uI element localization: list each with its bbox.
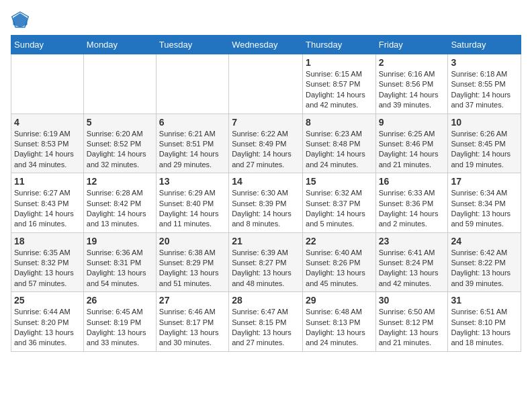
day-number: 5 — [87, 117, 153, 128]
calendar-cell: 15Sunrise: 6:32 AMSunset: 8:37 PMDayligh… — [303, 173, 376, 233]
calendar-cell: 29Sunrise: 6:48 AMSunset: 8:13 PMDayligh… — [303, 292, 376, 352]
header-cell-sunday: Sunday — [11, 36, 84, 54]
day-number: 13 — [159, 176, 226, 187]
day-number: 17 — [451, 176, 518, 187]
day-number: 21 — [232, 236, 300, 246]
day-info: Sunrise: 6:19 AMSunset: 8:53 PMDaylight:… — [14, 129, 81, 171]
day-info: Sunrise: 6:47 AMSunset: 8:15 PMDaylight:… — [232, 307, 300, 349]
day-number: 25 — [14, 295, 81, 306]
calendar-cell: 21Sunrise: 6:39 AMSunset: 8:27 PMDayligh… — [229, 232, 303, 292]
day-number: 19 — [87, 236, 153, 246]
day-number: 3 — [451, 57, 518, 68]
calendar-cell: 20Sunrise: 6:38 AMSunset: 8:29 PMDayligh… — [156, 232, 228, 292]
header-cell-friday: Friday — [375, 36, 448, 54]
calendar-cell: 24Sunrise: 6:42 AMSunset: 8:22 PMDayligh… — [448, 232, 521, 292]
calendar-cell: 27Sunrise: 6:46 AMSunset: 8:17 PMDayligh… — [156, 292, 228, 352]
day-number: 27 — [159, 295, 226, 306]
page-header — [11, 11, 521, 30]
calendar-week-1: 1Sunrise: 6:15 AMSunset: 8:57 PMDaylight… — [11, 54, 521, 114]
day-info: Sunrise: 6:26 AMSunset: 8:45 PMDaylight:… — [451, 129, 518, 171]
calendar-body: 1Sunrise: 6:15 AMSunset: 8:57 PMDaylight… — [11, 54, 521, 352]
day-info: Sunrise: 6:25 AMSunset: 8:46 PMDaylight:… — [379, 129, 445, 171]
header-row: SundayMondayTuesdayWednesdayThursdayFrid… — [11, 36, 521, 54]
calendar-cell — [229, 54, 303, 114]
logo-icon — [11, 11, 30, 30]
day-info: Sunrise: 6:28 AMSunset: 8:42 PMDaylight:… — [87, 188, 153, 230]
calendar-cell: 1Sunrise: 6:15 AMSunset: 8:57 PMDaylight… — [303, 54, 376, 114]
calendar-cell: 11Sunrise: 6:27 AMSunset: 8:43 PMDayligh… — [11, 173, 84, 233]
day-number: 4 — [14, 117, 81, 128]
calendar-cell: 5Sunrise: 6:20 AMSunset: 8:52 PMDaylight… — [83, 113, 156, 173]
day-number: 9 — [379, 117, 445, 128]
day-info: Sunrise: 6:36 AMSunset: 8:31 PMDaylight:… — [87, 248, 153, 289]
day-info: Sunrise: 6:46 AMSunset: 8:17 PMDaylight:… — [159, 307, 226, 349]
calendar-cell: 18Sunrise: 6:35 AMSunset: 8:32 PMDayligh… — [11, 232, 84, 292]
day-info: Sunrise: 6:22 AMSunset: 8:49 PMDaylight:… — [232, 129, 300, 171]
calendar-week-2: 4Sunrise: 6:19 AMSunset: 8:53 PMDaylight… — [11, 113, 521, 173]
calendar-cell: 31Sunrise: 6:51 AMSunset: 8:10 PMDayligh… — [448, 292, 521, 352]
day-number: 14 — [232, 176, 300, 187]
day-info: Sunrise: 6:27 AMSunset: 8:43 PMDaylight:… — [14, 188, 81, 230]
day-info: Sunrise: 6:41 AMSunset: 8:24 PMDaylight:… — [379, 248, 445, 289]
day-info: Sunrise: 6:50 AMSunset: 8:12 PMDaylight:… — [379, 307, 445, 349]
calendar-cell: 6Sunrise: 6:21 AMSunset: 8:51 PMDaylight… — [156, 113, 228, 173]
calendar-week-5: 25Sunrise: 6:44 AMSunset: 8:20 PMDayligh… — [11, 292, 521, 352]
day-info: Sunrise: 6:16 AMSunset: 8:56 PMDaylight:… — [379, 69, 445, 111]
day-info: Sunrise: 6:35 AMSunset: 8:32 PMDaylight:… — [14, 248, 81, 289]
day-info: Sunrise: 6:15 AMSunset: 8:57 PMDaylight:… — [306, 69, 373, 111]
header-cell-monday: Monday — [83, 36, 156, 54]
header-cell-wednesday: Wednesday — [229, 36, 303, 54]
calendar-cell: 25Sunrise: 6:44 AMSunset: 8:20 PMDayligh… — [11, 292, 84, 352]
day-info: Sunrise: 6:45 AMSunset: 8:19 PMDaylight:… — [87, 307, 153, 349]
calendar-cell: 4Sunrise: 6:19 AMSunset: 8:53 PMDaylight… — [11, 113, 84, 173]
calendar-cell: 19Sunrise: 6:36 AMSunset: 8:31 PMDayligh… — [83, 232, 156, 292]
calendar-cell: 13Sunrise: 6:29 AMSunset: 8:40 PMDayligh… — [156, 173, 228, 233]
calendar-cell: 26Sunrise: 6:45 AMSunset: 8:19 PMDayligh… — [83, 292, 156, 352]
day-info: Sunrise: 6:51 AMSunset: 8:10 PMDaylight:… — [451, 307, 518, 349]
day-info: Sunrise: 6:23 AMSunset: 8:48 PMDaylight:… — [306, 129, 373, 171]
day-info: Sunrise: 6:29 AMSunset: 8:40 PMDaylight:… — [159, 188, 226, 230]
calendar-week-4: 18Sunrise: 6:35 AMSunset: 8:32 PMDayligh… — [11, 232, 521, 292]
day-number: 18 — [14, 236, 81, 246]
day-number: 20 — [159, 236, 226, 246]
day-number: 8 — [306, 117, 373, 128]
day-info: Sunrise: 6:40 AMSunset: 8:26 PMDaylight:… — [306, 248, 373, 289]
day-info: Sunrise: 6:38 AMSunset: 8:29 PMDaylight:… — [159, 248, 226, 289]
day-number: 1 — [306, 57, 373, 68]
day-info: Sunrise: 6:21 AMSunset: 8:51 PMDaylight:… — [159, 129, 226, 171]
day-number: 26 — [87, 295, 153, 306]
calendar-cell: 9Sunrise: 6:25 AMSunset: 8:46 PMDaylight… — [375, 113, 448, 173]
calendar-cell: 12Sunrise: 6:28 AMSunset: 8:42 PMDayligh… — [83, 173, 156, 233]
day-info: Sunrise: 6:18 AMSunset: 8:55 PMDaylight:… — [451, 69, 518, 111]
calendar-cell — [11, 54, 84, 114]
day-number: 29 — [306, 295, 373, 306]
header-cell-saturday: Saturday — [448, 36, 521, 54]
day-number: 6 — [159, 117, 226, 128]
calendar-cell: 10Sunrise: 6:26 AMSunset: 8:45 PMDayligh… — [448, 113, 521, 173]
calendar-cell: 3Sunrise: 6:18 AMSunset: 8:55 PMDaylight… — [448, 54, 521, 114]
day-info: Sunrise: 6:30 AMSunset: 8:39 PMDaylight:… — [232, 188, 300, 230]
calendar-cell: 17Sunrise: 6:34 AMSunset: 8:34 PMDayligh… — [448, 173, 521, 233]
header-cell-tuesday: Tuesday — [156, 36, 228, 54]
day-number: 22 — [306, 236, 373, 246]
calendar-week-3: 11Sunrise: 6:27 AMSunset: 8:43 PMDayligh… — [11, 173, 521, 233]
logo — [11, 11, 32, 30]
day-number: 28 — [232, 295, 300, 306]
header-cell-thursday: Thursday — [303, 36, 376, 54]
calendar-cell: 7Sunrise: 6:22 AMSunset: 8:49 PMDaylight… — [229, 113, 303, 173]
calendar-cell: 16Sunrise: 6:33 AMSunset: 8:36 PMDayligh… — [375, 173, 448, 233]
day-number: 23 — [379, 236, 445, 246]
calendar-header: SundayMondayTuesdayWednesdayThursdayFrid… — [11, 36, 521, 54]
calendar-cell: 8Sunrise: 6:23 AMSunset: 8:48 PMDaylight… — [303, 113, 376, 173]
day-number: 12 — [87, 176, 153, 187]
day-info: Sunrise: 6:42 AMSunset: 8:22 PMDaylight:… — [451, 248, 518, 289]
day-number: 30 — [379, 295, 445, 306]
day-number: 31 — [451, 295, 518, 306]
day-info: Sunrise: 6:32 AMSunset: 8:37 PMDaylight:… — [306, 188, 373, 230]
day-number: 2 — [379, 57, 445, 68]
calendar-cell: 14Sunrise: 6:30 AMSunset: 8:39 PMDayligh… — [229, 173, 303, 233]
day-number: 7 — [232, 117, 300, 128]
day-info: Sunrise: 6:20 AMSunset: 8:52 PMDaylight:… — [87, 129, 153, 171]
calendar-cell: 30Sunrise: 6:50 AMSunset: 8:12 PMDayligh… — [375, 292, 448, 352]
day-number: 24 — [451, 236, 518, 246]
